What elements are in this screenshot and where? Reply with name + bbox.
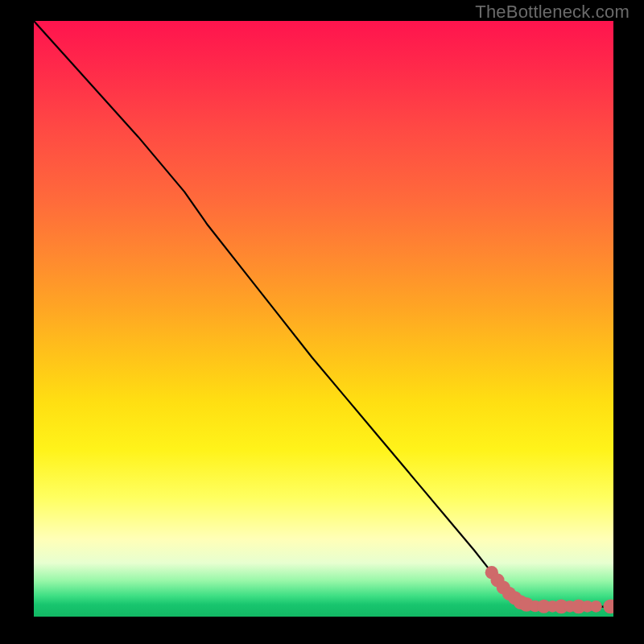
- flat-region-dots: [485, 566, 613, 613]
- chart-svg: [34, 21, 613, 617]
- chart-frame: TheBottleneck.com: [0, 0, 644, 644]
- plot-area: [34, 21, 613, 617]
- curve-dot: [590, 601, 602, 613]
- watermark-text: TheBottleneck.com: [475, 2, 630, 23]
- bottleneck-curve: [34, 21, 613, 607]
- curve-dot: [603, 599, 613, 613]
